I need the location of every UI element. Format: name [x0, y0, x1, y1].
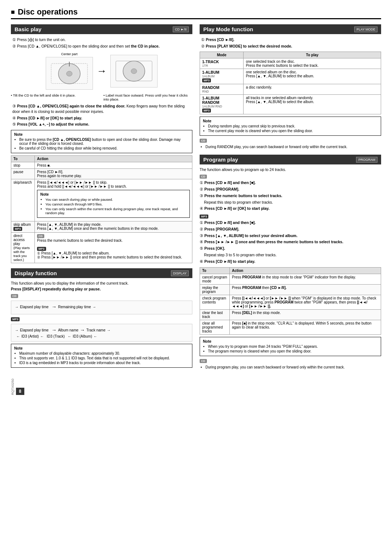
table-row: directaccess play (Play startswith thetr… [11, 233, 192, 263]
diagram-arrow: → [97, 65, 107, 77]
skip-note: Note You can search during play or while… [37, 190, 190, 218]
program-play-header: Program play PROGRAM [200, 155, 381, 164]
prog-cd-step-3: ③ Press the numeric buttons to select tr… [200, 193, 381, 199]
cd-diagram-left [46, 57, 93, 90]
mp3-album-name: Album name [58, 328, 78, 332]
program-badge: PROGRAM [356, 157, 377, 163]
mp3-track-name: Track name [86, 328, 105, 332]
mode-name-1track: 1-TRACK 1TR [200, 58, 244, 69]
timeline-arrow-1: → [52, 304, 57, 310]
mp3-arrow-1: → [52, 327, 57, 333]
caption-left: • Tilt the CD to the left and slide it i… [11, 93, 100, 101]
col-mode: Mode [200, 52, 244, 58]
play-mode-header: Play Mode function PLAY MODE [200, 24, 381, 34]
prog-col-to: To [200, 268, 230, 274]
action-direct: CD Press the numeric buttons to select t… [35, 233, 192, 263]
action-skip-album: Press [▲, ▼, ALBUM] in the play mode. Pr… [35, 221, 192, 233]
note-item-1: Be sure to press the [CD ▲, OPEN/CLOSE] … [19, 138, 189, 146]
program-cd-badge-note: CD [200, 358, 381, 363]
program-note-1: When you try to program more than 24 tra… [208, 345, 378, 348]
basic-play-note: Note Be sure to press the [CD ▲, OPEN/CL… [11, 130, 192, 153]
play-mode-steps: ① Press [CD ►/II]. ② Press [PLAY MODE] t… [200, 37, 381, 49]
mp3-badge-direct: MP3 [37, 247, 46, 251]
action-clear-last: Press [DEL] in the stop mode. [229, 310, 381, 320]
table-row: replay the program Press PROGRAM then [C… [200, 285, 381, 295]
timeline-start-arrow: → [15, 305, 19, 309]
mode-1album-random: 1-ALBUM RANDOM 1ALBUM RND MP3 all tracks… [200, 95, 381, 114]
note-item-2: Be careful of CD hitting the sliding doo… [19, 146, 189, 150]
to-skip: skip/search [11, 179, 35, 221]
skip-note-3: You can only search within the current t… [45, 207, 187, 215]
cd-diagram-area: Center part [11, 52, 192, 90]
mp3-end-arrow: → [107, 328, 111, 332]
cd-random-note-item: During RANDOM play, you can search backw… [205, 144, 381, 150]
program-play-title: Program play [203, 156, 238, 163]
cd-badge-program: CD [200, 175, 207, 179]
prog-mp3-repeat: Repeat step 3 to 5 to program other trac… [204, 252, 381, 258]
remaining-play-time: Remaining play time [58, 305, 91, 309]
prog-mp3-step-2: ② Press [PROGRAM]. [200, 227, 381, 232]
play-mode-note: Note During random play, you cannot skip… [200, 117, 381, 136]
table-row: check programcontents Press [|◄◄/◄◄◄] or… [200, 295, 381, 310]
mp3-timeline-row: → Elapsed play time → Album name → Track… [15, 327, 188, 333]
cd-indicator: CD [11, 293, 192, 298]
prog-cd-step-2: ② Press [PROGRAM]. [200, 187, 381, 192]
cd-badge-direct: CD [37, 234, 44, 238]
id3-arrow-album: ← [68, 334, 71, 338]
mp3-indicator: MP3 [11, 317, 192, 322]
mode-1track: 1-TRACK 1TR one selected track on the di… [200, 58, 381, 69]
page-title: Disc operations [11, 7, 381, 19]
display-function-header: Display function DISPLAY [11, 268, 192, 278]
display-note-1: Maximum number of displayable characters… [19, 351, 189, 355]
mp3-badge-1album: MP3 [202, 78, 211, 82]
basic-play-title: Basic play [15, 26, 41, 32]
step-2: ② Press [CD ▲, OPEN/CLOSE] to open the s… [11, 44, 192, 49]
steps-3-5: ③ Press [CD ▲, OPEN/CLOSE] again to clos… [11, 103, 192, 127]
prog-mp3-step-3: ③ Press [▲, ▼, ALBUM] to select your des… [200, 233, 381, 239]
to-stop: stop [11, 162, 35, 169]
table-row: clear the last track Press [DEL] in the … [200, 310, 381, 320]
basic-play-table: To Action stop Press ■. pause Press [CD … [11, 155, 192, 263]
title-text: Disc operations [18, 7, 78, 17]
doc-code: RQTX0250 [11, 379, 15, 395]
cd-timeline: → Elapsed play time → Remaining play tim… [11, 301, 192, 314]
cd-diagram-right [110, 55, 158, 87]
id3-track: ID3 (Track) [47, 334, 65, 338]
mode-desc-1album: one selected album on the disc. Press [▲… [244, 69, 381, 84]
program-note: Note When you try to program more than 2… [200, 337, 381, 356]
table-row: stop Press ■. [11, 162, 192, 169]
mode-name-1album: 1-ALBUM 1ALBUM MP3 [200, 69, 244, 84]
id3-artist: ID3 (Artist) [21, 334, 39, 338]
play-mode-note-2: The current play mode is cleared when yo… [208, 129, 378, 133]
elapsed-play-time: Elapsed play time [20, 305, 49, 309]
skip-note-2: You cannot search through MP3 files. [45, 202, 187, 206]
action-stop: Press ■. [35, 162, 192, 169]
mp3-start-arrow: → [15, 328, 19, 332]
id3-album: ID3 (Album) [73, 334, 92, 338]
program-cd-note: During program play, you can search back… [205, 365, 381, 370]
cd-random-note: During RANDOM play, you can search backw… [205, 144, 381, 150]
step-4: ④ Press [CD ►/II] or [OK] to start play. [11, 115, 192, 121]
mode-desc-1track: one selected track on the disc. Press th… [244, 58, 381, 69]
mp3-badge: MP3 [13, 227, 22, 231]
skip-note-1: You can search during play or while paus… [45, 197, 187, 201]
display-press-text: Press [DISPLAY] repeatedly during play o… [11, 287, 192, 291]
play-mode-note-1: During random play, you cannot skip to p… [208, 124, 378, 128]
play-mode-title: Play Mode function [203, 26, 253, 32]
display-intro: This function allows you to display the … [11, 281, 192, 285]
program-table: To Action cancel programmode Press PROGR… [200, 267, 381, 335]
program-play-section: Program play PROGRAM The function allows… [200, 155, 381, 370]
cd-timeline-row: → Elapsed play time → Remaining play tim… [15, 304, 188, 310]
cd-badge-playmote: CD [200, 138, 381, 143]
to-direct: directaccess play (Play startswith thetr… [11, 233, 35, 263]
mode-desc-1albumrnd: all tracks in one selected album randoml… [244, 95, 381, 114]
action-skip: Press [|◄◄/◄◄◄] or [►► /►► |] to skip. P… [35, 179, 192, 221]
to-pause: pause [11, 169, 35, 179]
svg-point-5 [131, 69, 137, 74]
id3-end-arrow: ← [94, 334, 97, 338]
cd-badge-program-note: CD [200, 359, 207, 363]
basic-play-steps: ① Press [⏻] to turn the unit on. ② Press… [11, 37, 192, 49]
mode-desc-random: a disc randomly. [244, 84, 381, 95]
action-clear-all: Press [■] in the stop mode. "CLR ALL" is… [229, 320, 381, 335]
mode-name-1albumrnd: 1-ALBUM RANDOM 1ALBUM RND MP3 [200, 95, 244, 114]
